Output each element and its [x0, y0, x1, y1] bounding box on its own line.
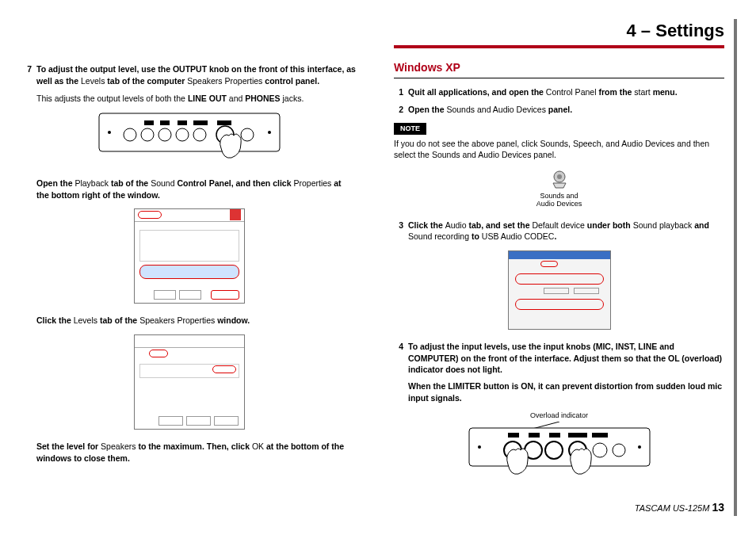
step-3: 3 Click the Audio tab, and set the Defau…	[394, 220, 724, 243]
note-badge: NOTE	[394, 123, 426, 135]
svg-rect-10	[144, 120, 154, 125]
step-body: To adjust the output level, use the OUTP…	[36, 63, 356, 86]
svg-rect-21	[508, 433, 519, 438]
svg-rect-11	[160, 120, 170, 125]
svg-rect-0	[99, 113, 280, 151]
step-4: 4 To adjust the input levels, use the in…	[394, 341, 724, 403]
svg-point-16	[557, 174, 562, 179]
step-1: 1 Quit all applications, and open the Co…	[394, 86, 724, 98]
svg-point-20	[638, 445, 641, 449]
para-open-playback: Open the Playback tab of the Sound Contr…	[36, 178, 356, 201]
figure-sound-panel	[22, 208, 356, 304]
step-2: 2 Open the Sounds and Audio Devices pane…	[394, 104, 724, 116]
page-footer: TASCAM US-125M 13	[635, 500, 724, 516]
figure-device-ol	[394, 422, 724, 479]
page-header: 4 – Settings	[394, 19, 724, 48]
step-7-sub: This adjusts the output levels of both t…	[36, 93, 356, 105]
svg-rect-25	[592, 433, 608, 438]
figure-audio-devices-props	[394, 250, 724, 330]
note-body: If you do not see the above panel, click…	[394, 138, 724, 161]
svg-rect-12	[178, 120, 187, 125]
figure-speakers-properties	[22, 334, 356, 430]
figure-device-output	[22, 113, 356, 166]
right-column: 4 – Settings Windows XP 1 Quit all appli…	[378, 0, 756, 535]
svg-rect-13	[193, 120, 208, 125]
overload-caption: Overload indicator	[394, 411, 724, 421]
para-set-level: Set the level for Speakers to the maximu…	[36, 441, 356, 464]
svg-rect-22	[529, 433, 540, 438]
svg-point-2	[268, 131, 271, 134]
step-number: 7	[22, 63, 36, 86]
para-click-levels: Click the Levels tab of the Speakers Pro…	[36, 315, 356, 327]
page: 7 To adjust the output level, use the OU…	[0, 0, 756, 535]
svg-rect-14	[217, 120, 231, 125]
svg-point-1	[108, 131, 111, 134]
svg-point-19	[478, 445, 481, 449]
svg-rect-24	[568, 433, 587, 438]
right-edge-bar	[734, 19, 737, 516]
step-7: 7 To adjust the output level, use the OU…	[22, 63, 356, 86]
svg-rect-23	[549, 433, 560, 438]
right-body: Windows XP 1 Quit all applications, and …	[394, 60, 724, 479]
page-title: 4 – Settings	[394, 19, 724, 44]
left-column: 7 To adjust the output level, use the OU…	[0, 0, 378, 535]
figure-sounds-icon: Sounds and Audio Devices	[394, 169, 724, 208]
speaker-icon	[548, 169, 571, 191]
section-heading: Windows XP	[394, 60, 724, 78]
